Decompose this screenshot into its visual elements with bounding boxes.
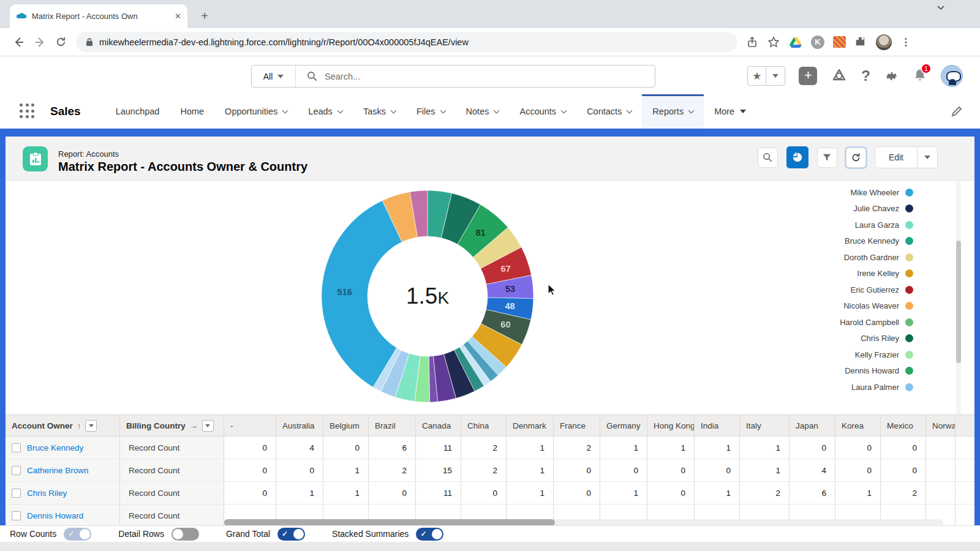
legend-item[interactable]: Doroth Gardner bbox=[840, 252, 913, 263]
bookmark-star-icon[interactable] bbox=[767, 36, 780, 49]
filter-icon[interactable] bbox=[817, 148, 837, 168]
owner-link[interactable]: Catherine Brown bbox=[27, 466, 89, 475]
trailhead-icon[interactable] bbox=[831, 68, 848, 84]
drive-extension-icon[interactable] bbox=[789, 36, 802, 48]
toggle-switch[interactable]: ✓ bbox=[277, 528, 305, 541]
legend-item[interactable]: Laura Garza bbox=[840, 219, 913, 230]
cell-value: 4 bbox=[821, 466, 826, 475]
favorites-dropdown-icon[interactable] bbox=[766, 67, 785, 85]
donut-slice[interactable] bbox=[322, 201, 402, 388]
tab-accounts[interactable]: Accounts bbox=[509, 94, 576, 129]
col-header-italy[interactable]: Italy bbox=[740, 415, 790, 436]
owner-cell: Bruce Kennedy bbox=[6, 437, 120, 459]
edit-nav-pencil-icon[interactable] bbox=[951, 105, 963, 118]
orange-extension-icon[interactable] bbox=[833, 36, 846, 48]
row-checkbox[interactable] bbox=[12, 511, 21, 520]
tab-tasks[interactable]: Tasks bbox=[353, 94, 406, 129]
legend-item[interactable]: Irene Kelley bbox=[840, 268, 913, 279]
app-launcher-icon[interactable] bbox=[20, 103, 36, 119]
col-header-india[interactable]: India bbox=[695, 415, 740, 436]
slice-value-label: 48 bbox=[505, 301, 514, 311]
edit-button[interactable]: Edit bbox=[875, 147, 918, 168]
search-scope-dropdown[interactable]: All bbox=[252, 66, 296, 87]
col-header-korea[interactable]: Korea bbox=[835, 415, 881, 436]
column-menu-icon[interactable] bbox=[202, 420, 214, 432]
col-header-germany[interactable]: Germany bbox=[600, 415, 647, 436]
row-checkbox[interactable] bbox=[12, 489, 21, 498]
share-icon[interactable] bbox=[746, 36, 758, 48]
new-tab-button[interactable]: + bbox=[197, 9, 212, 23]
col-header-canada[interactable]: Canada bbox=[416, 415, 461, 436]
column-menu-icon[interactable] bbox=[85, 420, 97, 432]
toggle-switch[interactable] bbox=[172, 528, 199, 541]
col-header-france[interactable]: France bbox=[554, 415, 600, 436]
value-cell: 0 bbox=[600, 459, 647, 481]
col-header-japan[interactable]: Japan bbox=[790, 415, 835, 436]
row-checkbox[interactable] bbox=[12, 443, 21, 452]
tab-close-icon[interactable]: ✕ bbox=[175, 12, 181, 21]
legend-item[interactable]: Dennis Howard bbox=[840, 365, 913, 377]
browser-tab[interactable]: Matrix Report - Accounts Own ✕ bbox=[10, 4, 187, 28]
col-header-mexico[interactable]: Mexico bbox=[881, 415, 926, 436]
legend-item[interactable]: Nicolas Weaver bbox=[840, 301, 913, 312]
tab-notes[interactable]: Notes bbox=[456, 94, 510, 129]
search-input[interactable]: Search... bbox=[296, 71, 655, 81]
col-header-account-owner[interactable]: Account Owner↑ bbox=[6, 415, 120, 436]
toggle-switch[interactable]: ✓ bbox=[64, 528, 91, 541]
col-header-billing-country[interactable]: Billing Country→ bbox=[120, 415, 224, 436]
window-chevron-down-icon[interactable] bbox=[936, 2, 946, 12]
favorites-star-icon[interactable]: ★ bbox=[748, 67, 766, 85]
browser-menu-icon[interactable] bbox=[900, 37, 911, 48]
col-header-belgium[interactable]: Belgium bbox=[323, 415, 369, 436]
owner-link[interactable]: Dennis Howard bbox=[27, 511, 83, 520]
tab-files[interactable]: Files bbox=[406, 94, 456, 129]
extensions-puzzle-icon[interactable] bbox=[854, 36, 867, 48]
col-header-australia[interactable]: Australia bbox=[276, 415, 323, 436]
legend-item[interactable]: Mike Wheeler bbox=[840, 187, 913, 198]
col-header-denmark[interactable]: Denmark bbox=[507, 415, 554, 436]
legend-item[interactable]: Chris Riley bbox=[840, 333, 913, 344]
col-header-brazil[interactable]: Brazil bbox=[369, 415, 416, 436]
col-header-china[interactable]: China bbox=[461, 415, 507, 436]
tab-more[interactable]: More bbox=[704, 94, 756, 129]
legend-item[interactable]: Laura Palmer bbox=[840, 381, 913, 392]
forward-icon[interactable] bbox=[29, 32, 50, 53]
browser-profile-avatar[interactable] bbox=[876, 34, 892, 50]
tab-reports[interactable]: Reports bbox=[642, 94, 704, 129]
help-icon[interactable]: ? bbox=[861, 67, 870, 84]
setup-gear-icon[interactable] bbox=[884, 69, 899, 84]
address-bar[interactable]: mikewheelermedia7-dev-ed.lightning.force… bbox=[76, 32, 737, 52]
tab-contacts[interactable]: Contacts bbox=[576, 94, 642, 129]
tab-home[interactable]: Home bbox=[170, 94, 214, 129]
edit-dropdown-icon[interactable] bbox=[918, 147, 937, 168]
user-avatar[interactable] bbox=[941, 65, 963, 87]
toggle-switch[interactable]: ✓ bbox=[416, 528, 443, 541]
tab-leads[interactable]: Leads bbox=[298, 94, 353, 129]
k-extension-icon[interactable]: K bbox=[811, 36, 824, 49]
tab-launchpad[interactable]: Launchpad bbox=[105, 94, 170, 129]
favorites-group[interactable]: ★ bbox=[747, 66, 785, 86]
col-header-hong-kong[interactable]: Hong Kong bbox=[647, 415, 695, 436]
col-header-norway[interactable]: Norway bbox=[926, 415, 956, 436]
legend-scrollbar-thumb[interactable] bbox=[956, 241, 961, 363]
col-header--[interactable]: - bbox=[224, 415, 276, 436]
reload-icon[interactable] bbox=[50, 32, 71, 53]
legend-item[interactable]: Bruce Kennedy bbox=[840, 236, 913, 247]
legend-item[interactable]: Harold Campbell bbox=[840, 317, 913, 328]
global-search[interactable]: All Search... bbox=[251, 65, 655, 88]
header-label: Hong Kong bbox=[654, 421, 695, 430]
notifications-bell-icon[interactable]: 1 bbox=[913, 67, 927, 85]
global-actions-icon[interactable]: + bbox=[799, 67, 817, 85]
row-checkbox[interactable] bbox=[12, 466, 21, 475]
legend-item[interactable]: Eric Gutierrez bbox=[840, 284, 913, 295]
donut-chart[interactable]: 81675348605161.5K bbox=[306, 178, 549, 417]
find-in-report-icon[interactable] bbox=[758, 148, 778, 168]
owner-link[interactable]: Bruce Kennedy bbox=[27, 443, 83, 452]
back-icon[interactable] bbox=[9, 32, 29, 53]
tab-opportunities[interactable]: Opportunities bbox=[214, 94, 298, 129]
owner-link[interactable]: Chris Riley bbox=[27, 489, 67, 498]
legend-item[interactable]: Kelly Frazier bbox=[840, 349, 913, 360]
toggle-chart-icon[interactable] bbox=[786, 146, 809, 168]
refresh-icon[interactable] bbox=[846, 148, 866, 168]
legend-item[interactable]: Julie Chavez bbox=[840, 203, 913, 214]
